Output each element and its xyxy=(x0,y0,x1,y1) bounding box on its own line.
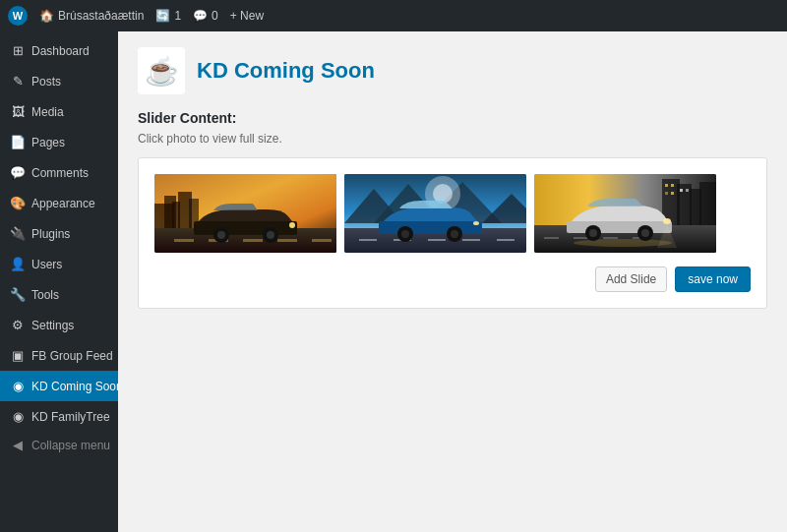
sidebar-label-appearance: Appearance xyxy=(31,197,95,210)
kd-coming-soon-icon: ◉ xyxy=(10,379,26,393)
svg-rect-50 xyxy=(544,237,559,239)
tools-icon: 🔧 xyxy=(10,287,26,302)
main-content: ☕ KD Coming Soon Slider Content: Click p… xyxy=(118,31,787,532)
sidebar-label-dashboard: Dashboard xyxy=(31,44,90,58)
svg-rect-11 xyxy=(312,239,332,242)
new-content-link[interactable]: + New xyxy=(230,9,264,23)
site-icon: 🏠 xyxy=(39,9,54,23)
add-slide-button[interactable]: Add Slide xyxy=(595,266,667,292)
comments-count: 0 xyxy=(212,9,218,23)
comments-sidebar-icon: 💬 xyxy=(10,165,26,180)
sidebar-item-plugins[interactable]: 🔌 Plugins xyxy=(0,218,118,249)
sidebar: ⊞ Dashboard ✎ Posts 🖼 Media 📄 Pages 💬 Co… xyxy=(0,31,118,532)
svg-rect-12 xyxy=(194,221,297,235)
svg-point-49 xyxy=(574,239,672,247)
fb-group-feed-icon: ▣ xyxy=(10,348,26,363)
sidebar-item-posts[interactable]: ✎ Posts xyxy=(0,66,118,96)
svg-rect-54 xyxy=(567,221,672,233)
admin-bar: W 🏠 Brúsastaðaættin 🔄 1 💬 0 + New xyxy=(0,0,787,31)
sidebar-label-tools: Tools xyxy=(31,288,59,302)
wp-logo[interactable]: W xyxy=(8,6,28,26)
svg-point-59 xyxy=(663,218,671,224)
slide-1[interactable] xyxy=(154,174,336,253)
sidebar-label-pages: Pages xyxy=(31,136,65,149)
plugin-title: KD Coming Soon xyxy=(197,58,375,84)
plugin-icon: ☕ xyxy=(138,47,185,94)
posts-icon: ✎ xyxy=(10,74,26,89)
svg-point-56 xyxy=(589,229,597,237)
svg-rect-43 xyxy=(671,184,674,187)
media-icon: 🖼 xyxy=(10,104,26,119)
users-icon: 👤 xyxy=(10,257,26,271)
svg-rect-51 xyxy=(574,237,588,239)
sidebar-label-kd-familytree: KD FamilyTree xyxy=(31,410,110,424)
svg-rect-10 xyxy=(277,239,297,242)
svg-rect-52 xyxy=(603,237,618,239)
comments-icon: 💬 xyxy=(193,9,208,23)
site-name-link[interactable]: 🏠 Brúsastaðaættin xyxy=(39,9,144,23)
slider-hint: Click photo to view full size. xyxy=(138,132,767,146)
sidebar-label-users: Users xyxy=(31,258,62,271)
sidebar-item-settings[interactable]: ⚙ Settings xyxy=(0,310,118,340)
plugin-icon-symbol: ☕ xyxy=(145,55,179,88)
comments-link[interactable]: 💬 0 xyxy=(193,9,218,23)
dashboard-icon: ⊞ xyxy=(10,43,26,58)
save-now-button[interactable]: save now xyxy=(675,266,751,292)
sidebar-label-fb-group-feed: FB Group Feed xyxy=(31,349,113,363)
svg-rect-47 xyxy=(686,189,689,192)
sidebar-item-tools[interactable]: 🔧 Tools xyxy=(0,279,118,310)
svg-rect-44 xyxy=(665,192,668,195)
slider-actions: Add Slide save now xyxy=(154,266,751,292)
svg-point-35 xyxy=(451,230,458,238)
svg-rect-7 xyxy=(174,239,194,242)
svg-rect-46 xyxy=(680,189,683,192)
sidebar-item-kd-familytree[interactable]: ◉ KD FamilyTree xyxy=(0,401,118,432)
sidebar-item-media[interactable]: 🖼 Media xyxy=(0,96,118,127)
svg-rect-42 xyxy=(665,184,668,187)
slider-box: Add Slide save now xyxy=(138,157,767,309)
svg-rect-30 xyxy=(497,239,515,241)
svg-rect-45 xyxy=(671,192,674,195)
slider-images-container xyxy=(154,174,751,253)
svg-rect-28 xyxy=(428,239,446,241)
updates-link[interactable]: 🔄 1 xyxy=(155,9,181,23)
sidebar-label-settings: Settings xyxy=(31,319,74,332)
main-layout: ⊞ Dashboard ✎ Posts 🖼 Media 📄 Pages 💬 Co… xyxy=(0,31,787,532)
svg-point-58 xyxy=(641,229,649,237)
sidebar-item-pages[interactable]: 📄 Pages xyxy=(0,127,118,157)
svg-rect-26 xyxy=(359,239,377,241)
plugin-header: ☕ KD Coming Soon xyxy=(138,47,767,94)
slider-section-title: Slider Content: xyxy=(138,110,767,126)
site-name: Brúsastaðaættin xyxy=(58,9,144,23)
svg-point-33 xyxy=(401,230,409,238)
sidebar-label-kd-coming-soon: KD Coming Soon xyxy=(31,380,118,393)
svg-point-14 xyxy=(217,231,225,239)
svg-point-16 xyxy=(267,231,274,239)
sidebar-item-fb-group-feed[interactable]: ▣ FB Group Feed xyxy=(0,340,118,371)
sidebar-item-appearance[interactable]: 🎨 Appearance xyxy=(0,188,118,218)
collapse-icon: ◀ xyxy=(10,438,26,452)
plugins-icon: 🔌 xyxy=(10,226,26,241)
slide-3[interactable] xyxy=(534,174,716,253)
sidebar-item-kd-coming-soon[interactable]: ◉ KD Coming Soon xyxy=(0,371,118,401)
updates-count: 1 xyxy=(174,9,181,23)
svg-rect-31 xyxy=(379,221,482,234)
sidebar-label-comments: Comments xyxy=(31,166,89,180)
sidebar-item-users[interactable]: 👤 Users xyxy=(0,249,118,279)
sidebar-label-plugins: Plugins xyxy=(31,227,70,241)
sidebar-label-posts: Posts xyxy=(31,75,61,89)
settings-icon: ⚙ xyxy=(10,318,26,332)
sidebar-item-dashboard[interactable]: ⊞ Dashboard xyxy=(0,35,118,66)
slide-2[interactable] xyxy=(344,174,526,253)
collapse-menu-label: Collapse menu xyxy=(31,439,110,452)
collapse-menu-item[interactable]: ◀ Collapse menu xyxy=(0,432,118,458)
svg-point-36 xyxy=(473,221,479,225)
kd-familytree-icon: ◉ xyxy=(10,409,26,424)
svg-rect-9 xyxy=(243,239,263,242)
svg-rect-29 xyxy=(462,239,480,241)
new-label: + New xyxy=(230,9,264,23)
sidebar-item-comments[interactable]: 💬 Comments xyxy=(0,157,118,188)
pages-icon: 📄 xyxy=(10,135,26,149)
appearance-icon: 🎨 xyxy=(10,196,26,210)
sidebar-label-media: Media xyxy=(31,105,64,119)
